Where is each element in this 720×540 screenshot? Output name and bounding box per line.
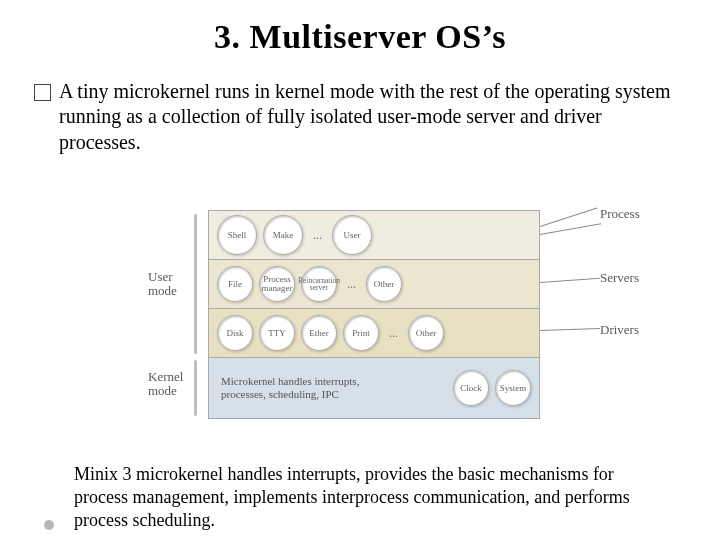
node-user: User — [332, 215, 372, 255]
node-other-server: Other — [366, 266, 402, 302]
layers: Shell Make ... User File Process manager… — [208, 210, 540, 419]
node-ether: Ether — [301, 315, 337, 351]
label-user-mode: User mode — [148, 270, 177, 299]
kernel-description: Microkernel handles interrupts, processe… — [217, 375, 447, 401]
caption-row: Minix 3 microkernel handles interrupts, … — [74, 463, 660, 532]
architecture-diagram: User mode Kernel mode Shell Make ... Use… — [150, 210, 580, 419]
node-tty: TTY — [259, 315, 295, 351]
node-clock: Clock — [453, 370, 489, 406]
brace-kernel — [194, 360, 197, 416]
node-file: File — [217, 266, 253, 302]
layer-servers: File Process manager Reincarnation serve… — [209, 259, 539, 308]
slide-title: 3. Multiserver OS’s — [0, 18, 720, 56]
brace-user — [194, 214, 197, 354]
bullet-row: A tiny microkernel runs in kernel mode w… — [34, 79, 686, 156]
node-other-driver: Other — [408, 315, 444, 351]
label-process: Process — [600, 206, 640, 222]
page-dot-icon — [44, 520, 54, 530]
layer-processes: Shell Make ... User — [209, 211, 539, 259]
leader-line-icon — [540, 207, 597, 226]
leader-line-icon — [540, 328, 600, 331]
label-kernel-mode: Kernel mode — [148, 370, 183, 399]
layer-kernel: Microkernel handles interrupts, processe… — [209, 357, 539, 418]
leader-line-icon — [540, 278, 600, 283]
label-servers: Servers — [600, 270, 639, 286]
node-print: Print — [343, 315, 379, 351]
label-drivers: Drivers — [600, 322, 639, 338]
node-system: System — [495, 370, 531, 406]
bullet-square-icon — [34, 84, 51, 101]
caption-text: Minix 3 microkernel handles interrupts, … — [74, 463, 660, 532]
layer-drivers: Disk TTY Ether Print ... Other — [209, 308, 539, 357]
dots-icon: ... — [343, 277, 360, 292]
bullet-text: A tiny microkernel runs in kernel mode w… — [59, 79, 686, 156]
node-process-manager: Process manager — [259, 266, 295, 302]
node-make: Make — [263, 215, 303, 255]
node-shell: Shell — [217, 215, 257, 255]
node-reincarnation-server: Reincarnation server — [301, 266, 337, 302]
leader-line-icon — [540, 223, 601, 235]
node-disk: Disk — [217, 315, 253, 351]
dots-icon: ... — [385, 326, 402, 341]
dots-icon: ... — [309, 228, 326, 243]
